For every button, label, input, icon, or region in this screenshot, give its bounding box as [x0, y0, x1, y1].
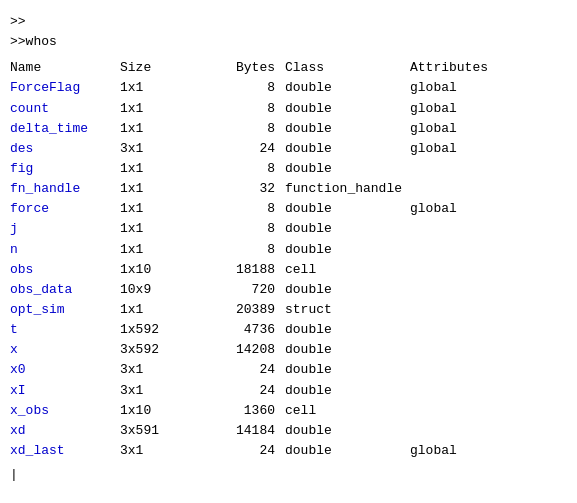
table-row: j1x18double	[10, 219, 567, 239]
var-bytes: 8	[190, 159, 280, 179]
var-size: 1x1	[120, 179, 190, 199]
var-attributes	[410, 159, 510, 179]
var-size: 3x1	[120, 381, 190, 401]
table-header: Name Size Bytes Class Attributes	[10, 58, 567, 78]
var-attributes: global	[410, 199, 510, 219]
var-size: 10x9	[120, 280, 190, 300]
var-name: obs_data	[10, 280, 120, 300]
var-attributes	[410, 179, 510, 199]
var-size: 1x592	[120, 320, 190, 340]
header-attributes: Attributes	[410, 58, 510, 78]
var-class: double	[280, 441, 410, 461]
var-name: force	[10, 199, 120, 219]
command-line: >> whos	[10, 32, 567, 52]
table-row: fn_handle1x132function_handle	[10, 179, 567, 199]
var-name: opt_sim	[10, 300, 120, 320]
table-row: obs1x1018188cell	[10, 260, 567, 280]
var-attributes	[410, 401, 510, 421]
var-size: 1x1	[120, 300, 190, 320]
var-size: 1x1	[120, 240, 190, 260]
var-size: 3x592	[120, 340, 190, 360]
var-size: 3x1	[120, 139, 190, 159]
var-attributes	[410, 240, 510, 260]
var-attributes	[410, 320, 510, 340]
table-row: xI3x124double	[10, 381, 567, 401]
table-row: x_obs1x101360cell	[10, 401, 567, 421]
var-attributes	[410, 340, 510, 360]
var-attributes: global	[410, 99, 510, 119]
var-class: double	[280, 360, 410, 380]
var-attributes: global	[410, 119, 510, 139]
var-size: 3x591	[120, 421, 190, 441]
var-class: double	[280, 139, 410, 159]
var-bytes: 720	[190, 280, 280, 300]
var-name: xd	[10, 421, 120, 441]
var-bytes: 18188	[190, 260, 280, 280]
var-bytes: 14208	[190, 340, 280, 360]
var-bytes: 8	[190, 99, 280, 119]
table-row: count1x18doubleglobal	[10, 99, 567, 119]
var-class: double	[280, 381, 410, 401]
var-attributes	[410, 219, 510, 239]
table-row: x03x124double	[10, 360, 567, 380]
var-name: x_obs	[10, 401, 120, 421]
var-name: delta_time	[10, 119, 120, 139]
var-name: x	[10, 340, 120, 360]
table-row: fig1x18double	[10, 159, 567, 179]
var-bytes: 8	[190, 199, 280, 219]
var-attributes	[410, 260, 510, 280]
var-attributes	[410, 300, 510, 320]
var-size: 1x1	[120, 119, 190, 139]
var-class: double	[280, 219, 410, 239]
table-row: obs_data10x9720double	[10, 280, 567, 300]
var-bytes: 24	[190, 441, 280, 461]
cursor: |	[10, 465, 18, 485]
table-row: t1x5924736double	[10, 320, 567, 340]
var-class: double	[280, 99, 410, 119]
var-attributes	[410, 360, 510, 380]
var-name: obs	[10, 260, 120, 280]
table-row: delta_time1x18doubleglobal	[10, 119, 567, 139]
command-text: whos	[26, 32, 57, 52]
var-class: double	[280, 421, 410, 441]
var-bytes: 4736	[190, 320, 280, 340]
var-size: 1x10	[120, 401, 190, 421]
var-bytes: 8	[190, 78, 280, 98]
var-class: double	[280, 119, 410, 139]
var-size: 1x1	[120, 199, 190, 219]
terminal-output: >> >> whos Name Size Bytes Class Attribu…	[8, 8, 569, 489]
var-class: double	[280, 320, 410, 340]
var-class: function_handle	[280, 179, 410, 199]
var-size: 3x1	[120, 360, 190, 380]
prompt-symbol2: >>	[10, 32, 26, 52]
var-name: xd_last	[10, 441, 120, 461]
var-class: cell	[280, 401, 410, 421]
var-class: double	[280, 159, 410, 179]
var-bytes: 8	[190, 240, 280, 260]
var-bytes: 24	[190, 139, 280, 159]
var-attributes: global	[410, 78, 510, 98]
var-bytes: 1360	[190, 401, 280, 421]
var-bytes: 14184	[190, 421, 280, 441]
var-attributes: global	[410, 139, 510, 159]
header-size: Size	[120, 58, 190, 78]
var-bytes: 32	[190, 179, 280, 199]
var-attributes: global	[410, 441, 510, 461]
var-class: cell	[280, 260, 410, 280]
var-name: xI	[10, 381, 120, 401]
header-bytes: Bytes	[190, 58, 280, 78]
table-row: force1x18doubleglobal	[10, 199, 567, 219]
var-size: 1x1	[120, 159, 190, 179]
var-name: count	[10, 99, 120, 119]
var-name: fn_handle	[10, 179, 120, 199]
var-bytes: 24	[190, 381, 280, 401]
var-name: ForceFlag	[10, 78, 120, 98]
var-bytes: 8	[190, 119, 280, 139]
table-row: opt_sim1x120389struct	[10, 300, 567, 320]
var-class: double	[280, 240, 410, 260]
var-class: struct	[280, 300, 410, 320]
var-size: 1x1	[120, 99, 190, 119]
header-class: Class	[280, 58, 410, 78]
table-row: x3x59214208double	[10, 340, 567, 360]
var-class: double	[280, 78, 410, 98]
